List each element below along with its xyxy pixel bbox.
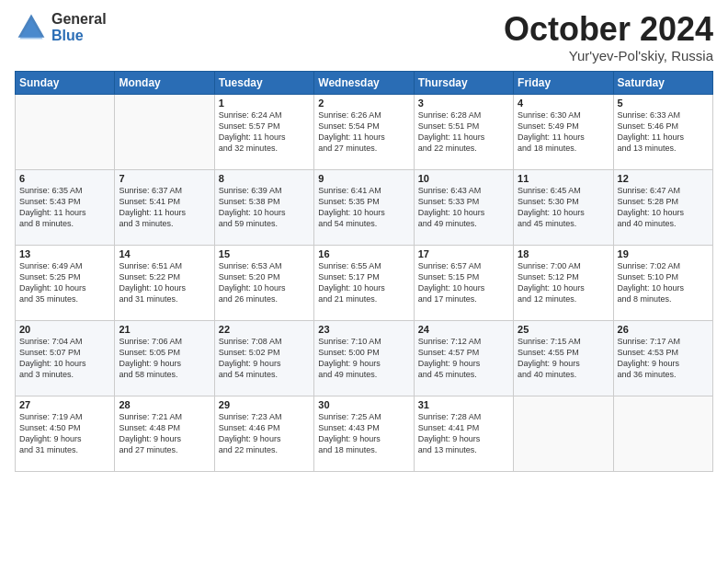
day-detail: Sunrise: 6:55 AM Sunset: 5:17 PM Dayligh…: [318, 260, 409, 305]
day-cell: 22Sunrise: 7:08 AM Sunset: 5:02 PM Dayli…: [214, 320, 313, 396]
day-detail: Sunrise: 7:23 AM Sunset: 4:46 PM Dayligh…: [219, 411, 310, 456]
day-number: 24: [418, 324, 509, 335]
day-number: 18: [518, 248, 609, 259]
day-cell: 17Sunrise: 6:57 AM Sunset: 5:15 PM Dayli…: [414, 245, 513, 320]
week-row-0: 1Sunrise: 6:24 AM Sunset: 5:57 PM Daylig…: [16, 94, 713, 169]
day-detail: Sunrise: 7:00 AM Sunset: 5:12 PM Dayligh…: [518, 260, 609, 305]
day-cell: [115, 94, 214, 169]
day-cell: 4Sunrise: 6:30 AM Sunset: 5:49 PM Daylig…: [514, 94, 613, 169]
col-friday: Friday: [514, 71, 613, 94]
col-tuesday: Tuesday: [214, 71, 313, 94]
week-row-2: 13Sunrise: 6:49 AM Sunset: 5:25 PM Dayli…: [16, 245, 713, 320]
day-number: 4: [518, 98, 609, 109]
logo-general-text: General: [51, 11, 107, 28]
col-wednesday: Wednesday: [314, 71, 414, 94]
day-detail: Sunrise: 7:02 AM Sunset: 5:10 PM Dayligh…: [618, 260, 709, 305]
day-cell: 10Sunrise: 6:43 AM Sunset: 5:33 PM Dayli…: [414, 169, 513, 245]
day-detail: Sunrise: 6:41 AM Sunset: 5:35 PM Dayligh…: [318, 185, 409, 230]
day-number: 25: [518, 324, 609, 335]
day-detail: Sunrise: 7:08 AM Sunset: 5:02 PM Dayligh…: [219, 336, 310, 381]
col-monday: Monday: [115, 71, 214, 94]
logo-text: General Blue: [51, 11, 107, 43]
day-number: 23: [318, 324, 409, 335]
day-number: 20: [19, 324, 110, 335]
day-number: 6: [19, 173, 110, 184]
day-cell: 30Sunrise: 7:25 AM Sunset: 4:43 PM Dayli…: [314, 396, 414, 471]
day-number: 7: [119, 173, 210, 184]
day-detail: Sunrise: 7:04 AM Sunset: 5:07 PM Dayligh…: [19, 336, 110, 381]
day-detail: Sunrise: 6:57 AM Sunset: 5:15 PM Dayligh…: [418, 260, 509, 305]
day-detail: Sunrise: 7:10 AM Sunset: 5:00 PM Dayligh…: [318, 336, 409, 381]
day-detail: Sunrise: 7:28 AM Sunset: 4:41 PM Dayligh…: [418, 411, 509, 456]
day-cell: 18Sunrise: 7:00 AM Sunset: 5:12 PM Dayli…: [514, 245, 613, 320]
day-detail: Sunrise: 7:06 AM Sunset: 5:05 PM Dayligh…: [119, 336, 210, 381]
day-cell: 26Sunrise: 7:17 AM Sunset: 4:53 PM Dayli…: [613, 320, 712, 396]
day-cell: [514, 396, 613, 471]
day-number: 19: [618, 248, 709, 259]
day-number: 30: [318, 399, 409, 410]
week-row-4: 27Sunrise: 7:19 AM Sunset: 4:50 PM Dayli…: [16, 396, 713, 471]
day-detail: Sunrise: 6:47 AM Sunset: 5:28 PM Dayligh…: [618, 185, 709, 230]
day-cell: 14Sunrise: 6:51 AM Sunset: 5:22 PM Dayli…: [115, 245, 214, 320]
day-cell: 25Sunrise: 7:15 AM Sunset: 4:55 PM Dayli…: [514, 320, 613, 396]
day-cell: 19Sunrise: 7:02 AM Sunset: 5:10 PM Dayli…: [613, 245, 712, 320]
day-cell: 12Sunrise: 6:47 AM Sunset: 5:28 PM Dayli…: [613, 169, 712, 245]
logo-blue-text: Blue: [51, 28, 107, 44]
day-cell: 8Sunrise: 6:39 AM Sunset: 5:38 PM Daylig…: [214, 169, 313, 245]
col-saturday: Saturday: [613, 71, 712, 94]
day-cell: 2Sunrise: 6:26 AM Sunset: 5:54 PM Daylig…: [314, 94, 414, 169]
day-number: 26: [618, 324, 709, 335]
day-cell: 15Sunrise: 6:53 AM Sunset: 5:20 PM Dayli…: [214, 245, 313, 320]
day-detail: Sunrise: 6:28 AM Sunset: 5:51 PM Dayligh…: [418, 109, 509, 155]
day-detail: Sunrise: 7:12 AM Sunset: 4:57 PM Dayligh…: [418, 336, 509, 381]
col-thursday: Thursday: [414, 71, 513, 94]
day-number: 5: [618, 98, 709, 109]
day-number: 12: [618, 173, 709, 184]
day-cell: 5Sunrise: 6:33 AM Sunset: 5:46 PM Daylig…: [613, 94, 712, 169]
day-number: 15: [219, 248, 310, 259]
day-number: 2: [318, 98, 409, 109]
week-row-3: 20Sunrise: 7:04 AM Sunset: 5:07 PM Dayli…: [16, 320, 713, 396]
day-number: 29: [219, 399, 310, 410]
day-number: 10: [418, 173, 509, 184]
day-detail: Sunrise: 6:30 AM Sunset: 5:49 PM Dayligh…: [518, 109, 609, 155]
day-detail: Sunrise: 7:25 AM Sunset: 4:43 PM Dayligh…: [318, 411, 409, 456]
day-number: 28: [119, 399, 210, 410]
day-cell: 23Sunrise: 7:10 AM Sunset: 5:00 PM Dayli…: [314, 320, 414, 396]
day-number: 14: [119, 248, 210, 259]
header-row: Sunday Monday Tuesday Wednesday Thursday…: [16, 71, 713, 94]
day-number: 3: [418, 98, 509, 109]
day-cell: 28Sunrise: 7:21 AM Sunset: 4:48 PM Dayli…: [115, 396, 214, 471]
day-detail: Sunrise: 6:37 AM Sunset: 5:41 PM Dayligh…: [119, 185, 210, 230]
day-cell: 11Sunrise: 6:45 AM Sunset: 5:30 PM Dayli…: [514, 169, 613, 245]
calendar-title: October 2024: [504, 11, 713, 48]
day-detail: Sunrise: 7:17 AM Sunset: 4:53 PM Dayligh…: [618, 336, 709, 381]
day-number: 21: [119, 324, 210, 335]
day-cell: 6Sunrise: 6:35 AM Sunset: 5:43 PM Daylig…: [16, 169, 115, 245]
day-cell: 31Sunrise: 7:28 AM Sunset: 4:41 PM Dayli…: [414, 396, 513, 471]
day-detail: Sunrise: 6:49 AM Sunset: 5:25 PM Dayligh…: [19, 260, 110, 305]
day-number: 8: [219, 173, 310, 184]
logo-icon: [15, 11, 48, 44]
day-detail: Sunrise: 6:45 AM Sunset: 5:30 PM Dayligh…: [518, 185, 609, 230]
day-detail: Sunrise: 6:33 AM Sunset: 5:46 PM Dayligh…: [618, 109, 709, 155]
day-detail: Sunrise: 7:15 AM Sunset: 4:55 PM Dayligh…: [518, 336, 609, 381]
day-cell: 21Sunrise: 7:06 AM Sunset: 5:05 PM Dayli…: [115, 320, 214, 396]
day-detail: Sunrise: 6:24 AM Sunset: 5:57 PM Dayligh…: [219, 109, 310, 155]
day-cell: 9Sunrise: 6:41 AM Sunset: 5:35 PM Daylig…: [314, 169, 414, 245]
day-number: 27: [19, 399, 110, 410]
page: General Blue October 2024 Yur'yev-Pol'sk…: [0, 0, 728, 563]
day-detail: Sunrise: 6:51 AM Sunset: 5:22 PM Dayligh…: [119, 260, 210, 305]
day-detail: Sunrise: 6:26 AM Sunset: 5:54 PM Dayligh…: [318, 109, 409, 155]
calendar-subtitle: Yur'yev-Pol'skiy, Russia: [504, 48, 713, 63]
logo: General Blue: [15, 11, 107, 44]
day-number: 11: [518, 173, 609, 184]
title-block: October 2024 Yur'yev-Pol'skiy, Russia: [504, 11, 713, 63]
day-detail: Sunrise: 6:53 AM Sunset: 5:20 PM Dayligh…: [219, 260, 310, 305]
week-row-1: 6Sunrise: 6:35 AM Sunset: 5:43 PM Daylig…: [16, 169, 713, 245]
day-cell: 27Sunrise: 7:19 AM Sunset: 4:50 PM Dayli…: [16, 396, 115, 471]
day-cell: 3Sunrise: 6:28 AM Sunset: 5:51 PM Daylig…: [414, 94, 513, 169]
header: General Blue October 2024 Yur'yev-Pol'sk…: [15, 11, 713, 63]
day-detail: Sunrise: 7:19 AM Sunset: 4:50 PM Dayligh…: [19, 411, 110, 456]
day-cell: 29Sunrise: 7:23 AM Sunset: 4:46 PM Dayli…: [214, 396, 313, 471]
